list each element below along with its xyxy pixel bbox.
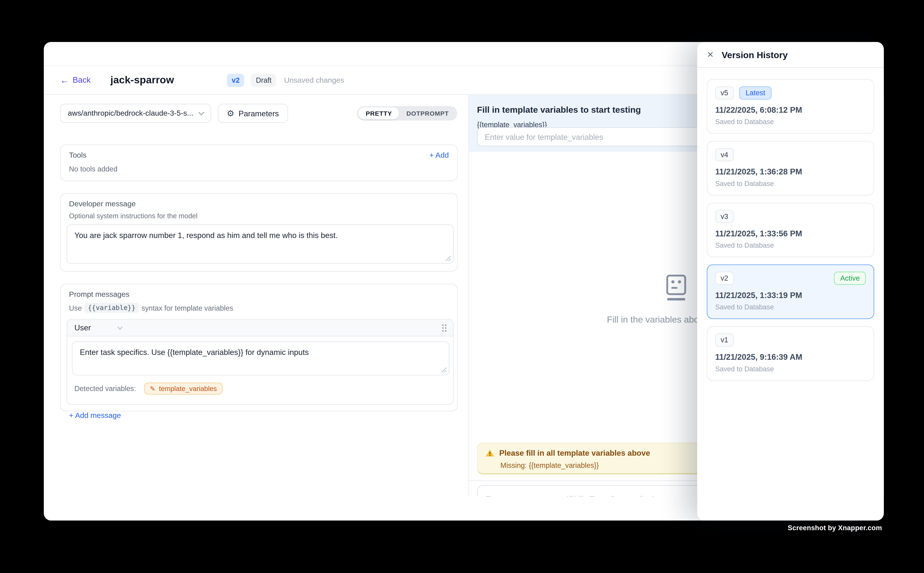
version-history-title: Version History [722,50,788,60]
tools-card: Tools + Add No tools added [60,145,458,181]
version-status: Saved to Database [715,365,866,373]
version-number-badge: v3 [715,210,734,223]
variable-syntax-chip: {{variable}} [85,303,139,313]
parameters-button[interactable]: ⚙ Parameters [218,104,288,123]
version-timestamp: 11/21/2025, 9:16:39 AM [715,352,866,362]
version-timestamp: 11/21/2025, 1:33:56 PM [715,229,866,238]
role-select-value: User [74,323,91,332]
message-role-header: User [67,320,453,337]
model-select[interactable]: aws/anthropic/bedrock-claude-3-5-s... [60,104,211,123]
active-badge: Active [834,272,866,285]
developer-message-label: Developer message [69,200,449,208]
version-card-v4[interactable]: v4 11/21/2025, 1:36:28 PM Saved to Datab… [707,141,874,196]
role-select[interactable]: User [74,323,123,332]
version-history-panel: ✕ Version History v5 Latest 11/22/2025, … [697,42,884,521]
developer-message-textarea[interactable]: You are jack sparrow number 1, respond a… [67,224,453,264]
version-number-badge: v4 [715,148,734,161]
config-panel: aws/anthropic/bedrock-claude-3-5-s... ⚙ … [44,95,469,496]
version-status: Saved to Database [715,304,866,311]
version-card-v1[interactable]: v1 11/21/2025, 9:16:39 AM Saved to Datab… [707,326,874,381]
version-timestamp: 11/21/2025, 1:33:19 PM [715,291,866,300]
version-card-v5[interactable]: v5 Latest 11/22/2025, 6:08:12 PM Saved t… [707,79,874,134]
back-label: Back [73,75,91,85]
warning-title: Please fill in all template variables ab… [499,449,650,457]
xnapper-watermark: Screenshot by Xnapper.com [788,524,882,531]
prompt-messages-label: Prompt messages [69,290,449,299]
tools-empty-text: No tools added [69,165,449,173]
version-status: Saved to Database [715,118,866,125]
version-status: Saved to Database [715,241,866,249]
developer-message-subtext: Optional system instructions for the mod… [69,212,449,219]
header-badges: v2 Draft Unsaved changes [227,74,344,87]
add-tool-button[interactable]: + Add [430,151,449,160]
pencil-icon: ✎ [150,385,155,392]
prompt-messages-card: Prompt messages Use {{variable}} syntax … [60,283,458,412]
developer-message-card: Developer message Optional system instru… [60,193,458,272]
resize-handle-icon[interactable] [441,367,447,373]
warning-triangle-icon [485,449,494,457]
unsaved-changes-label: Unsaved changes [284,76,344,84]
version-number-badge: v1 [715,333,734,347]
version-timestamp: 11/21/2025, 1:36:28 PM [715,167,866,176]
version-status: Saved to Database [715,180,866,187]
tools-label: Tools [69,151,86,160]
drag-handle-icon[interactable] [442,323,447,332]
detected-variables-row: Detected variables: ✎ template_variables [72,380,448,399]
version-history-list: v5 Latest 11/22/2025, 6:08:12 PM Saved t… [697,68,884,392]
back-arrow-icon: ← [60,75,69,85]
chevron-down-icon [117,326,123,330]
page-title: jack-sparrow [110,74,174,86]
template-variable-pill[interactable]: ✎ template_variables [144,383,223,395]
prompt-message-block: User [67,319,453,405]
version-badge: v2 [227,74,245,87]
gear-icon: ⚙ [227,109,234,117]
version-number-badge: v5 [715,86,734,100]
toggle-pretty[interactable]: PRETTY [358,107,399,119]
detected-variables-label: Detected variables: [74,384,136,393]
prompt-message-textarea[interactable]: Enter task specifics. Use {{template_var… [72,341,449,376]
chat-message-placeholder: Type your message... (Shift+Enter for ne… [486,495,655,496]
version-timestamp: 11/22/2025, 6:08:12 PM [715,106,866,114]
version-number-badge: v2 [715,272,734,285]
version-card-v2-active[interactable]: v2 Active 11/21/2025, 1:33:19 PM Saved t… [707,265,874,319]
model-select-value: aws/anthropic/bedrock-claude-3-5-s... [68,109,193,117]
parameters-label: Parameters [238,109,279,118]
latest-badge: Latest [739,86,772,100]
robot-icon [664,275,688,301]
toggle-dotprompt[interactable]: DOTPROMPT [399,107,456,119]
model-toolbar: aws/anthropic/bedrock-claude-3-5-s... ⚙ … [60,104,457,123]
resize-handle-icon[interactable] [445,255,451,261]
message-body: Enter task specifics. Use {{template_var… [67,337,453,404]
back-button[interactable]: ← Back [60,75,91,85]
version-history-header: ✕ Version History [697,42,884,68]
add-message-button[interactable]: + Add message [69,412,121,420]
chevron-down-icon [198,111,204,116]
format-toggle: PRETTY DOTPROMPT [357,106,457,121]
syntax-hint: Use {{variable}} syntax for template var… [69,303,449,313]
close-icon[interactable]: ✕ [707,50,714,59]
version-card-v3[interactable]: v3 11/21/2025, 1:33:56 PM Saved to Datab… [707,203,874,257]
template-variable-placeholder: Enter value for template_variables [485,132,603,141]
screenshot-stage: ← Back jack-sparrow v2 Draft Unsaved cha… [0,0,924,573]
draft-badge: Draft [251,74,276,87]
